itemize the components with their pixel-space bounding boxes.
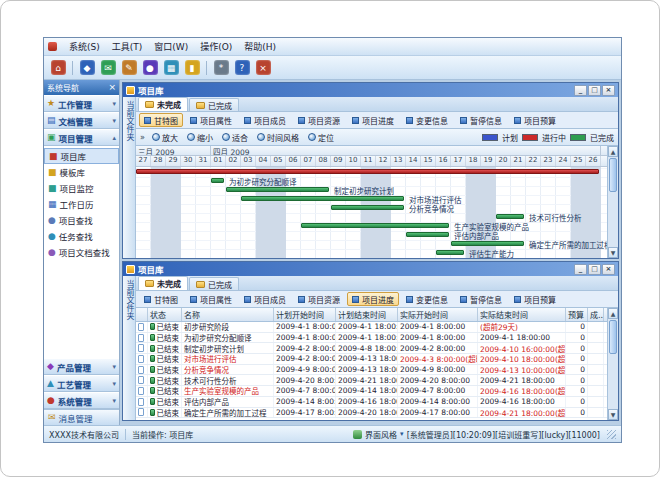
sidebar-group[interactable]: ▲工艺管理▾ — [44, 375, 119, 392]
scroll-thumb[interactable] — [609, 158, 617, 192]
window-titlebar[interactable]: 项目库 _□× — [123, 83, 618, 97]
gantt-toolbar-button[interactable]: 时间风格 — [255, 132, 301, 143]
sidebar-item[interactable]: ■模板库 — [44, 164, 119, 180]
view-tab[interactable]: 项目成员 — [239, 113, 291, 127]
menu-item[interactable]: 工具(T) — [106, 39, 149, 54]
side-tab-current-folder[interactable]: 当前文件夹 — [123, 276, 136, 420]
view-tab[interactable]: 甘特图 — [139, 292, 183, 306]
view-tab[interactable]: 项目进度 — [347, 292, 399, 306]
sidebar-item[interactable]: ▦工作日历 — [44, 196, 119, 212]
exit-button[interactable]: × — [254, 59, 272, 77]
table-header-cell[interactable]: 实际开始时间 — [398, 308, 478, 321]
scroll-up-icon[interactable]: ▲ — [608, 146, 618, 157]
cost-cell — [588, 354, 604, 364]
folder-tab[interactable]: 未完成 — [138, 97, 188, 111]
gantt-toolbar-button[interactable]: 定位 — [306, 132, 336, 143]
table-header-cell[interactable]: 预算 — [566, 308, 588, 321]
sidebar-group[interactable]: ▣项目管理▴ — [44, 129, 119, 146]
table-row[interactable]: 已结束评估内部产品2009-4-14 8:00:002009-4-16 18:0… — [136, 397, 607, 408]
folder-tab[interactable]: 已完成 — [189, 277, 239, 290]
table-header-cell[interactable]: 成... — [588, 308, 604, 321]
view-tab[interactable]: 项目属性 — [185, 113, 237, 127]
view-tab[interactable]: 变更信息 — [401, 292, 453, 306]
gantt-toolbar-button[interactable]: 放大 — [150, 132, 180, 143]
gantt-toolbar-button[interactable]: 适合 — [220, 132, 250, 143]
home-button[interactable]: ⌂ — [49, 59, 67, 77]
workspace-button[interactable]: ◆ — [78, 59, 96, 77]
sidebar-item[interactable]: ●任务查找 — [44, 228, 119, 244]
settings-button[interactable]: * — [212, 59, 230, 77]
sidebar-group-label: 产品管理 — [57, 361, 91, 373]
skin-label[interactable]: 界面风格 — [365, 429, 397, 440]
sidebar-item[interactable]: ■项目监控 — [44, 180, 119, 196]
overflow-chevron-icon[interactable]: » — [140, 133, 145, 142]
view-tab[interactable]: 暂停信息 — [455, 113, 507, 127]
table-vertical-scrollbar[interactable]: ▲ ▼ — [607, 308, 618, 420]
scroll-down-icon[interactable]: ▼ — [608, 409, 618, 420]
sidebar-close-icon[interactable]: × — [108, 83, 116, 92]
maximize-button[interactable]: □ — [588, 85, 601, 96]
folder-tab[interactable]: 未完成 — [138, 276, 188, 290]
minimize-button[interactable]: _ — [574, 85, 587, 96]
menu-item[interactable]: 窗口(W) — [148, 39, 194, 54]
side-tab-current-folder[interactable]: 当前文件夹 — [123, 97, 136, 258]
table-header-cell[interactable]: 实际结束时间 — [478, 308, 566, 321]
table-header-cell[interactable]: 状态 — [148, 308, 182, 321]
maximize-button[interactable]: □ — [588, 264, 601, 275]
table-header-cell[interactable]: 计划开始时间 — [274, 308, 336, 321]
chevron-down-icon[interactable]: ▾ — [400, 430, 404, 438]
view-tab[interactable]: 暂停信息 — [455, 292, 507, 306]
table-row[interactable]: 已结束确定生产所需的加工过程2009-4-17 8:00:002009-4-20… — [136, 408, 607, 419]
window-titlebar[interactable]: 项目库 _□× — [123, 262, 618, 276]
scroll-thumb[interactable] — [609, 320, 617, 354]
sidebar-group[interactable]: ●系统管理▾ — [44, 392, 119, 409]
table-header-cell[interactable]: 计划结束时间 — [336, 308, 398, 321]
mail-button[interactable]: ✉ — [99, 59, 117, 77]
scroll-down-icon[interactable]: ▼ — [608, 247, 618, 258]
menu-item[interactable]: 系统(S) — [63, 39, 106, 54]
gantt-vertical-scrollbar[interactable]: ▲ ▼ — [607, 146, 618, 258]
sidebar-title: 系统导航 — [47, 82, 79, 93]
table-row[interactable]: 已结束生产实验室规模的产品2009-4-7 8:00:002009-4-14 1… — [136, 386, 607, 397]
lock-button[interactable]: ▮ — [183, 59, 201, 77]
table-row[interactable]: 已结束为初步研究分配顺译2009-4-1 8:00:002009-4-1 18:… — [136, 333, 607, 344]
view-tab[interactable]: 项目资源 — [293, 113, 345, 127]
table-row[interactable]: 已结束初步研究阶段2009-4-1 8:00:002009-4-1 18:00:… — [136, 322, 607, 333]
table-row[interactable]: 已结束对市场进行评估2009-4-2 8:00:002009-4-13 18:0… — [136, 354, 607, 365]
sidebar-bottom-tab[interactable]: ✉ 消息管理 — [44, 409, 119, 425]
resize-grip[interactable] — [607, 430, 616, 439]
sidebar-group[interactable]: ★工作管理▾ — [44, 95, 119, 112]
view-tab[interactable]: 甘特图 — [139, 113, 183, 127]
table-row[interactable]: 已结束分析竞争情况2009-4-9 8:00:002009-4-13 18:00… — [136, 365, 607, 376]
sidebar-item[interactable]: ■项目库 — [44, 148, 119, 164]
view-tab[interactable]: 项目预算 — [509, 292, 561, 306]
view-tab[interactable]: 项目成员 — [239, 292, 291, 306]
view-tab[interactable]: 项目属性 — [185, 292, 237, 306]
scroll-up-icon[interactable]: ▲ — [608, 308, 618, 319]
help-button[interactable]: ? — [233, 59, 251, 77]
folder-tab[interactable]: 已完成 — [189, 98, 239, 111]
close-button[interactable]: × — [602, 85, 615, 96]
table-row[interactable]: 已结束制定初步研究计划2009-4-2 8:00:002009-4-8 18:0… — [136, 343, 607, 354]
tool-icon — [257, 133, 265, 141]
calendar-button[interactable]: ▦ — [162, 59, 180, 77]
row-icon-cell — [136, 343, 148, 353]
menu-item[interactable]: 帮助(H) — [238, 39, 282, 54]
gantt-toolbar-button[interactable]: 缩小 — [185, 132, 215, 143]
table-row[interactable]: 已结束技术可行性分析2009-4-20 8:00:002009-4-21 18:… — [136, 375, 607, 386]
sidebar-group[interactable]: ▤文档管理▾ — [44, 112, 119, 129]
minimize-button[interactable]: _ — [574, 264, 587, 275]
view-tab[interactable]: 项目资源 — [293, 292, 345, 306]
sidebar-group[interactable]: ◆产品管理▾ — [44, 358, 119, 375]
sidebar-item[interactable]: ●项目查找 — [44, 212, 119, 228]
sidebar-item[interactable]: ●项目文档查找 — [44, 244, 119, 260]
view-tab[interactable]: 项目预算 — [509, 113, 561, 127]
table-header-cell[interactable]: 名称 — [182, 308, 274, 321]
edit-button[interactable]: ✎ — [120, 59, 138, 77]
budget-cell: 0 — [566, 375, 588, 385]
menu-item[interactable]: 操作(O) — [194, 39, 238, 54]
search-button[interactable]: ● — [141, 59, 159, 77]
close-button[interactable]: × — [602, 264, 615, 275]
view-tab[interactable]: 项目进度 — [347, 113, 399, 127]
view-tab[interactable]: 变更信息 — [401, 113, 453, 127]
